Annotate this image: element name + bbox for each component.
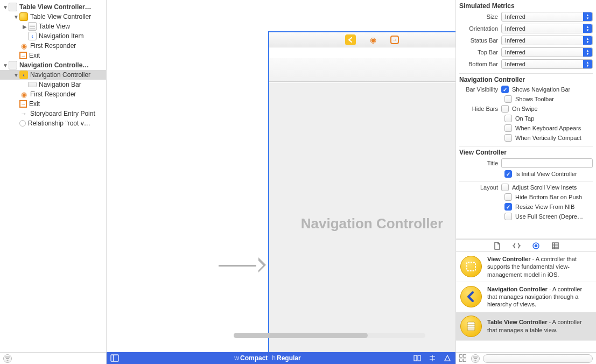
checkbox-hide-bottom-bar[interactable]	[504, 193, 512, 201]
outline-item[interactable]: ▼‹Navigation Controller	[0, 70, 106, 80]
select-stepper-icon	[583, 36, 592, 45]
canvas-bottom-bar: w Compact h Regular	[107, 352, 455, 364]
label-bottom bar: Bottom Bar	[456, 61, 501, 67]
resolve-issues-button[interactable]	[443, 354, 452, 362]
scene-placeholder-title: Navigation Controller	[301, 215, 443, 232]
outline-scene-header[interactable]: ▼Table View Controller…	[0, 2, 106, 12]
checkbox-on-tap[interactable]	[504, 115, 512, 122]
svg-rect-13	[467, 322, 475, 331]
svg-rect-2	[111, 355, 118, 361]
toggle-outline-button[interactable]	[110, 354, 120, 362]
library-filter-button[interactable]	[471, 354, 480, 363]
label-title: Title	[456, 160, 501, 166]
disclosure-triangle-icon[interactable]: ▼	[13, 14, 19, 20]
label-size: Size	[456, 13, 501, 20]
tab-object-library[interactable]	[531, 241, 541, 250]
outline-item[interactable]: Relationship "root v…	[0, 118, 106, 128]
outline-item-label: Navigation Bar	[39, 81, 81, 88]
outline-scene-header[interactable]: ▼Navigation Controlle…	[0, 60, 106, 70]
input-vc-title[interactable]	[501, 158, 593, 168]
label-full-screen: Use Full Screen (Depre…	[515, 213, 583, 220]
label-orientation: Orientation	[456, 25, 501, 32]
outline-scene-label: Table View Controller…	[19, 3, 92, 11]
outline-item[interactable]: ▶Table View	[0, 22, 106, 31]
align-button[interactable]	[412, 354, 422, 362]
disclosure-triangle-icon[interactable]: ▶	[22, 24, 28, 30]
select-size[interactable]: Inferred	[501, 12, 593, 22]
canvas-area[interactable]: ◉ → Navigation Controller	[107, 0, 455, 352]
svg-rect-5	[418, 355, 420, 361]
disclosure-triangle-icon[interactable]: ▼	[13, 72, 19, 78]
label-resize-nib: Resize View From NIB	[515, 204, 574, 210]
outline-item[interactable]: ◉First Responder	[0, 41, 106, 51]
outline-item-label: Table View	[39, 23, 70, 30]
library-item-title: Table View Controller	[487, 319, 547, 325]
dock-first-responder-icon[interactable]: ◉	[368, 34, 378, 45]
outline-item-label: Relationship "root v…	[28, 120, 90, 127]
outline-item-label: Navigation Item	[39, 32, 83, 40]
select-status bar[interactable]: Inferred	[501, 36, 593, 45]
checkbox-shows-navigation-bar[interactable]	[501, 86, 509, 93]
select-stepper-icon	[583, 24, 592, 33]
library-item[interactable]: Table View Controller - A controller tha…	[456, 312, 596, 341]
document-outline: ▼Table View Controller…▼Table View Contr…	[0, 0, 107, 364]
scene-icon	[9, 61, 17, 69]
library-item[interactable]: Navigation Controller - A controller tha…	[456, 282, 596, 312]
pin-button[interactable]	[427, 354, 437, 362]
canvas-horizontal-scrollbar[interactable]	[234, 333, 425, 338]
object-library-list[interactable]: View Controller - A controller that supp…	[456, 252, 596, 352]
library-item-icon	[460, 256, 482, 277]
outline-item[interactable]: →Exit	[0, 99, 106, 109]
outline-item[interactable]: ▼Table View Controller	[0, 12, 106, 22]
scene-navigation-controller[interactable]: ◉ → Navigation Controller	[268, 31, 455, 352]
outline-tree[interactable]: ▼Table View Controller…▼Table View Contr…	[0, 0, 106, 352]
label-status bar: Status Bar	[456, 37, 501, 44]
outline-item[interactable]: ‹Navigation Item	[0, 31, 106, 41]
tab-file-templates[interactable]	[492, 241, 502, 250]
checkbox-shows-toolbar[interactable]	[504, 95, 512, 103]
dock-exit-icon[interactable]: →	[390, 36, 399, 44]
library-view-toggle[interactable]	[459, 354, 468, 363]
outline-item[interactable]: Navigation Bar	[0, 80, 106, 89]
tab-code-snippets[interactable]	[511, 241, 521, 250]
scene-icon	[9, 3, 17, 11]
checkbox-resize-nib[interactable]	[504, 203, 512, 211]
entry-point-icon: →	[19, 109, 28, 118]
disclosure-triangle-icon[interactable]: ▼	[2, 62, 9, 68]
outline-item[interactable]: →Exit	[0, 51, 106, 60]
svg-rect-8	[552, 243, 558, 249]
tab-media-library[interactable]	[550, 241, 560, 250]
scrollbar-thumb[interactable]	[234, 333, 368, 338]
library-item[interactable]: View Controller - A controller that supp…	[456, 252, 596, 282]
checkbox-adjust-insets[interactable]	[501, 184, 509, 191]
select-stepper-icon	[583, 60, 592, 68]
table-view-controller-icon	[19, 12, 28, 21]
select-top bar[interactable]: Inferred	[501, 47, 593, 57]
outline-item-label: First Responder	[30, 42, 76, 50]
outline-item-label: Storyboard Entry Point	[30, 110, 95, 117]
outline-item[interactable]: ◉First Responder	[0, 89, 106, 99]
outline-item[interactable]: →Storyboard Entry Point	[0, 109, 106, 118]
dock-navigation-controller-icon[interactable]	[345, 34, 356, 45]
checkbox-on-swipe[interactable]	[501, 105, 509, 113]
library-filter-input[interactable]	[483, 354, 593, 363]
outline-footer	[0, 352, 106, 364]
outline-filter-button[interactable]	[3, 354, 12, 363]
entry-point-arrow[interactable]	[219, 257, 266, 274]
navigation-item-icon: ‹	[28, 32, 37, 40]
svg-rect-4	[414, 355, 417, 361]
canvas: ◉ → Navigation Controller	[107, 0, 456, 364]
scene-body: Navigation Controller	[269, 83, 455, 352]
disclosure-triangle-icon[interactable]: ▼	[2, 4, 9, 10]
first-responder-icon: ◉	[19, 90, 28, 99]
relationship-icon	[19, 120, 26, 127]
library-footer	[456, 352, 596, 364]
size-class-control[interactable]: w Compact h Regular	[123, 354, 412, 362]
checkbox-when-vertical[interactable]	[504, 134, 512, 142]
select-orientation[interactable]: Inferred	[501, 24, 593, 33]
checkbox-full-screen[interactable]	[504, 213, 512, 220]
checkbox-when-keyboard[interactable]	[504, 124, 512, 132]
checkbox-initial-vc[interactable]	[504, 170, 512, 178]
navigation-bar[interactable]	[269, 58, 455, 82]
select-bottom bar[interactable]: Inferred	[501, 59, 593, 69]
